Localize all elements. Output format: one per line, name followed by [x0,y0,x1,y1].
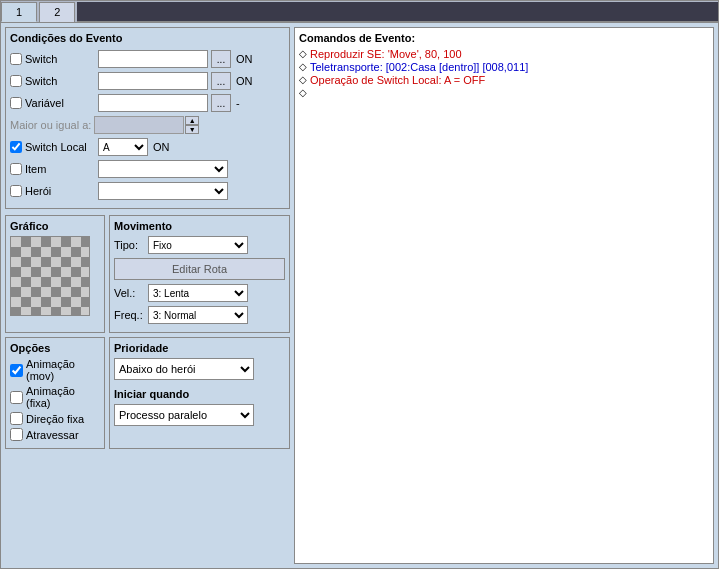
options-box: Opções Animação (mov) Animação (fixa) Di… [5,337,105,449]
variavel-checkbox[interactable] [10,97,22,109]
switch2-input[interactable] [98,72,208,90]
maior-spin-down[interactable]: ▼ [185,125,199,134]
commands-list: ◇ Reproduzir SE: 'Move', 80, 100 ◇ Telet… [299,48,709,98]
conditions-box: Condições do Evento Switch ... ON Switch… [5,27,290,209]
condition-row-heroi: Herói [10,182,285,200]
switch2-checkbox[interactable] [10,75,22,87]
switch1-label: Switch [25,53,95,65]
priority-select[interactable]: Abaixo do herói Mesmo nível Acima do her… [114,358,254,380]
graphics-title: Gráfico [10,220,100,232]
cmd-item-2[interactable]: ◇ Teletransporte: [002:Casa [dentro]] [0… [299,61,709,73]
opt-atravessar-label: Atravessar [26,429,79,441]
cmd-text-2: Teletransporte: [002:Casa [dentro]] [008… [310,61,528,73]
movement-vel-label: Vel.: [114,287,144,299]
opt-atravessar-checkbox[interactable] [10,428,23,441]
opt-dir-fixa-label: Direção fixa [26,413,84,425]
heroi-select[interactable] [98,182,228,200]
variavel-dots-button[interactable]: ... [211,94,231,112]
condition-row-maior: Maior ou igual a: ▲ ▼ [10,116,285,134]
switchlocal-label: Switch Local [25,141,95,153]
priority-title: Prioridade [114,342,285,354]
condition-row-switch1: Switch ... ON [10,50,285,68]
switch2-label: Switch [25,75,95,87]
movement-tipo-label: Tipo: [114,239,144,251]
movement-tipo-row: Tipo: Fixo Aleatório Aproximar Personali… [114,236,285,254]
cmd-item-3[interactable]: ◇ Operação de Switch Local: A = OFF [299,74,709,86]
movement-vel-row: Vel.: 1: Mais Lenta 2: Mais Lenta 3: Len… [114,284,285,302]
content-area: Condições do Evento Switch ... ON Switch… [1,23,718,568]
bottom-row: Opções Animação (mov) Animação (fixa) Di… [5,337,290,449]
condition-row-switch2: Switch ... ON [10,72,285,90]
opt-dir-fixa-checkbox[interactable] [10,412,23,425]
switchlocal-on-label: ON [153,141,170,153]
tab-2[interactable]: 2 [39,2,75,22]
tab-right-spacer [77,2,718,22]
graphics-box: Gráfico [5,215,105,333]
priority-start-box: Prioridade Abaixo do herói Mesmo nível A… [109,337,290,449]
cmd-item-1[interactable]: ◇ Reproduzir SE: 'Move', 80, 100 [299,48,709,60]
opt-anim-fixa-checkbox[interactable] [10,391,23,404]
item-checkbox[interactable] [10,163,22,175]
variavel-label: Variável [25,97,95,109]
start-when-title: Iniciar quando [114,388,285,400]
switchlocal-select[interactable]: A B C D [98,138,148,156]
maior-spin-up[interactable]: ▲ [185,116,199,125]
opt-anim-mov-row: Animação (mov) [10,358,100,382]
opt-anim-mov-label: Animação (mov) [26,358,100,382]
cmd-diamond-4: ◇ [299,87,307,98]
opt-dir-fixa-row: Direção fixa [10,412,100,425]
heroi-label: Herói [25,185,95,197]
right-panel: Comandos de Evento: ◇ Reproduzir SE: 'Mo… [294,27,714,564]
gfx-move-row: Gráfico Movimento Tipo: Fixo Aleatório A… [5,215,290,333]
variavel-input[interactable] [98,94,208,112]
commands-box: Comandos de Evento: ◇ Reproduzir SE: 'Mo… [294,27,714,564]
cmd-diamond-1: ◇ [299,48,307,59]
options-title: Opções [10,342,100,354]
opt-anim-mov-checkbox[interactable] [10,364,23,377]
cmd-diamond-3: ◇ [299,74,307,85]
heroi-checkbox[interactable] [10,185,22,197]
maior-label: Maior ou igual a: [10,119,91,131]
switch1-on-label: ON [236,53,253,65]
item-select[interactable] [98,160,228,178]
cmd-text-1: Reproduzir SE: 'Move', 80, 100 [310,48,462,60]
condition-row-switchlocal: Switch Local A B C D ON [10,138,285,156]
rota-button[interactable]: Editar Rota [114,258,285,280]
movement-vel-select[interactable]: 1: Mais Lenta 2: Mais Lenta 3: Lenta 4: … [148,284,248,302]
maior-number-input [94,116,184,134]
movement-title: Movimento [114,220,285,232]
conditions-title: Condições do Evento [10,32,285,44]
left-panel: Condições do Evento Switch ... ON Switch… [5,27,290,564]
cmd-item-4[interactable]: ◇ [299,87,709,98]
opt-anim-fixa-label: Animação (fixa) [26,385,100,409]
switch2-on-label: ON [236,75,253,87]
cmd-diamond-2: ◇ [299,61,307,72]
movement-tipo-select[interactable]: Fixo Aleatório Aproximar Personalizado [148,236,248,254]
switch1-dots-button[interactable]: ... [211,50,231,68]
tab-1[interactable]: 1 [1,2,37,22]
item-label: Item [25,163,95,175]
variavel-minus-label: - [236,97,240,109]
movement-freq-row: Freq.: 1: Menor 2: Menor 3: Normal 4: Ma… [114,306,285,324]
cmd-text-3: Operação de Switch Local: A = OFF [310,74,485,86]
switch1-checkbox[interactable] [10,53,22,65]
switchlocal-checkbox[interactable] [10,141,22,153]
maior-number-wrap: ▲ ▼ [94,116,199,134]
tab-bar: 1 2 [1,1,718,23]
switch2-dots-button[interactable]: ... [211,72,231,90]
condition-row-item: Item [10,160,285,178]
switch1-input[interactable] [98,50,208,68]
movement-freq-select[interactable]: 1: Menor 2: Menor 3: Normal 4: Maior [148,306,248,324]
commands-title: Comandos de Evento: [299,32,709,44]
start-when-select[interactable]: Tecla de ação Toque com herói Toque com … [114,404,254,426]
maior-spin-btns: ▲ ▼ [185,116,199,134]
opt-anim-fixa-row: Animação (fixa) [10,385,100,409]
movement-box: Movimento Tipo: Fixo Aleatório Aproximar… [109,215,290,333]
condition-row-variavel: Variável ... - [10,94,285,112]
opt-atravessar-row: Atravessar [10,428,100,441]
graphics-canvas[interactable] [10,236,90,316]
movement-freq-label: Freq.: [114,309,144,321]
